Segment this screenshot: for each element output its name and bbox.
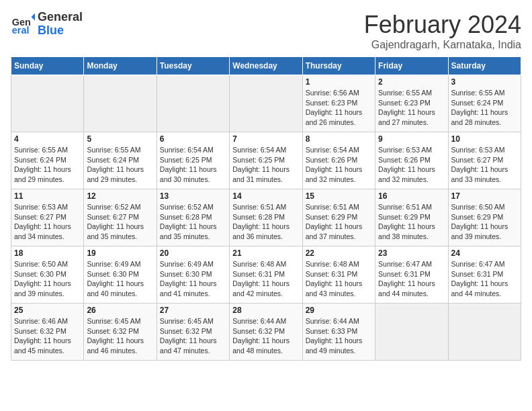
calendar-cell: 14Sunrise: 6:51 AMSunset: 6:28 PMDayligh…: [230, 189, 302, 246]
calendar-cell: 28Sunrise: 6:44 AMSunset: 6:32 PMDayligh…: [230, 304, 302, 361]
calendar-cell: 2Sunrise: 6:55 AMSunset: 6:23 PMDaylight…: [375, 75, 448, 132]
day-info: Sunrise: 6:51 AMSunset: 6:29 PMDaylight:…: [378, 202, 445, 242]
day-info: Sunrise: 6:52 AMSunset: 6:28 PMDaylight:…: [160, 202, 226, 242]
day-number: 24: [451, 248, 518, 258]
weekday-header-monday: Monday: [84, 57, 157, 75]
calendar-week-row: 4Sunrise: 6:55 AMSunset: 6:24 PMDaylight…: [11, 132, 521, 189]
day-info: Sunrise: 6:49 AMSunset: 6:30 PMDaylight:…: [87, 259, 153, 299]
day-info: Sunrise: 6:45 AMSunset: 6:32 PMDaylight:…: [160, 316, 226, 356]
weekday-header-saturday: Saturday: [448, 57, 521, 75]
day-number: 28: [232, 306, 299, 315]
day-info: Sunrise: 6:54 AMSunset: 6:25 PMDaylight:…: [232, 145, 299, 185]
logo-text: General Blue: [38, 11, 83, 38]
calendar-cell: 18Sunrise: 6:50 AMSunset: 6:30 PMDayligh…: [11, 246, 84, 304]
day-info: Sunrise: 6:55 AMSunset: 6:24 PMDaylight:…: [14, 145, 81, 185]
calendar-cell: 13Sunrise: 6:52 AMSunset: 6:28 PMDayligh…: [157, 189, 229, 246]
day-number: 13: [160, 191, 226, 201]
calendar-cell: 11Sunrise: 6:53 AMSunset: 6:27 PMDayligh…: [11, 189, 84, 246]
day-info: Sunrise: 6:48 AMSunset: 6:31 PMDaylight:…: [232, 259, 299, 299]
calendar-cell: 26Sunrise: 6:45 AMSunset: 6:32 PMDayligh…: [84, 304, 157, 361]
day-number: 5: [87, 134, 153, 144]
calendar-cell: [11, 75, 84, 132]
calendar-cell: 17Sunrise: 6:50 AMSunset: 6:29 PMDayligh…: [448, 189, 521, 246]
weekday-header-row: SundayMondayTuesdayWednesdayThursdayFrid…: [11, 57, 521, 75]
day-number: 7: [232, 134, 299, 144]
calendar-cell: 7Sunrise: 6:54 AMSunset: 6:25 PMDaylight…: [230, 132, 302, 189]
day-number: 1: [306, 77, 372, 87]
day-number: 16: [378, 191, 445, 201]
calendar-cell: 6Sunrise: 6:54 AMSunset: 6:25 PMDaylight…: [157, 132, 229, 189]
day-info: Sunrise: 6:51 AMSunset: 6:28 PMDaylight:…: [232, 202, 299, 242]
calendar-cell: 3Sunrise: 6:55 AMSunset: 6:24 PMDaylight…: [448, 75, 521, 132]
day-info: Sunrise: 6:54 AMSunset: 6:25 PMDaylight:…: [160, 145, 226, 185]
calendar-cell: [84, 75, 157, 132]
calendar-cell: 25Sunrise: 6:46 AMSunset: 6:32 PMDayligh…: [11, 304, 84, 361]
day-number: 20: [160, 248, 226, 258]
svg-text:eral: eral: [12, 25, 30, 36]
weekday-header-thursday: Thursday: [302, 57, 375, 75]
day-info: Sunrise: 6:50 AMSunset: 6:30 PMDaylight:…: [14, 259, 81, 299]
day-info: Sunrise: 6:44 AMSunset: 6:32 PMDaylight:…: [232, 316, 299, 356]
day-number: 9: [378, 134, 445, 144]
logo-icon: Gen eral: [11, 12, 35, 36]
day-number: 11: [14, 191, 81, 201]
day-info: Sunrise: 6:49 AMSunset: 6:30 PMDaylight:…: [160, 259, 226, 299]
day-number: 8: [306, 134, 372, 144]
title-area: February 2024 Gajendragarh, Karnataka, I…: [364, 11, 521, 51]
calendar-cell: [375, 304, 448, 361]
calendar-cell: 24Sunrise: 6:47 AMSunset: 6:31 PMDayligh…: [448, 246, 521, 304]
day-info: Sunrise: 6:53 AMSunset: 6:26 PMDaylight:…: [378, 145, 445, 185]
day-number: 2: [378, 77, 445, 87]
calendar-week-row: 1Sunrise: 6:56 AMSunset: 6:23 PMDaylight…: [11, 75, 521, 132]
day-info: Sunrise: 6:48 AMSunset: 6:31 PMDaylight:…: [306, 259, 372, 299]
day-info: Sunrise: 6:56 AMSunset: 6:23 PMDaylight:…: [306, 88, 372, 128]
calendar-cell: 5Sunrise: 6:55 AMSunset: 6:24 PMDaylight…: [84, 132, 157, 189]
day-number: 29: [306, 306, 372, 315]
svg-marker-3: [32, 13, 35, 21]
calendar-cell: 23Sunrise: 6:47 AMSunset: 6:31 PMDayligh…: [375, 246, 448, 304]
day-number: 19: [87, 248, 153, 258]
day-info: Sunrise: 6:55 AMSunset: 6:24 PMDaylight:…: [87, 145, 153, 185]
calendar-cell: 16Sunrise: 6:51 AMSunset: 6:29 PMDayligh…: [375, 189, 448, 246]
calendar-week-row: 25Sunrise: 6:46 AMSunset: 6:32 PMDayligh…: [11, 304, 521, 361]
calendar-cell: 29Sunrise: 6:44 AMSunset: 6:33 PMDayligh…: [302, 304, 375, 361]
day-info: Sunrise: 6:55 AMSunset: 6:23 PMDaylight:…: [378, 88, 445, 128]
calendar-cell: [157, 75, 229, 132]
calendar-cell: 12Sunrise: 6:52 AMSunset: 6:27 PMDayligh…: [84, 189, 157, 246]
calendar-cell: 8Sunrise: 6:54 AMSunset: 6:26 PMDaylight…: [302, 132, 375, 189]
calendar-week-row: 18Sunrise: 6:50 AMSunset: 6:30 PMDayligh…: [11, 246, 521, 304]
day-info: Sunrise: 6:52 AMSunset: 6:27 PMDaylight:…: [87, 202, 153, 242]
day-info: Sunrise: 6:55 AMSunset: 6:24 PMDaylight:…: [451, 88, 518, 128]
calendar-cell: 9Sunrise: 6:53 AMSunset: 6:26 PMDaylight…: [375, 132, 448, 189]
day-info: Sunrise: 6:47 AMSunset: 6:31 PMDaylight:…: [378, 259, 445, 299]
calendar-cell: 10Sunrise: 6:53 AMSunset: 6:27 PMDayligh…: [448, 132, 521, 189]
page-header: Gen eral General Blue February 2024 Gaje…: [11, 11, 521, 51]
calendar-cell: 1Sunrise: 6:56 AMSunset: 6:23 PMDaylight…: [302, 75, 375, 132]
calendar-cell: [448, 304, 521, 361]
day-number: 25: [14, 306, 81, 315]
day-number: 15: [306, 191, 372, 201]
day-number: 10: [451, 134, 518, 144]
day-number: 21: [232, 248, 299, 258]
weekday-header-wednesday: Wednesday: [230, 57, 302, 75]
day-number: 12: [87, 191, 153, 201]
logo: Gen eral General Blue: [11, 11, 83, 38]
day-number: 23: [378, 248, 445, 258]
calendar-week-row: 11Sunrise: 6:53 AMSunset: 6:27 PMDayligh…: [11, 189, 521, 246]
calendar-cell: 27Sunrise: 6:45 AMSunset: 6:32 PMDayligh…: [157, 304, 229, 361]
location-title: Gajendragarh, Karnataka, India: [364, 39, 521, 51]
day-number: 17: [451, 191, 518, 201]
calendar-cell: 20Sunrise: 6:49 AMSunset: 6:30 PMDayligh…: [157, 246, 229, 304]
day-number: 4: [14, 134, 81, 144]
calendar-cell: 22Sunrise: 6:48 AMSunset: 6:31 PMDayligh…: [302, 246, 375, 304]
calendar-cell: [230, 75, 302, 132]
day-info: Sunrise: 6:44 AMSunset: 6:33 PMDaylight:…: [306, 316, 372, 356]
day-info: Sunrise: 6:47 AMSunset: 6:31 PMDaylight:…: [451, 259, 518, 299]
month-title: February 2024: [364, 11, 521, 39]
day-number: 22: [306, 248, 372, 258]
day-info: Sunrise: 6:46 AMSunset: 6:32 PMDaylight:…: [14, 316, 81, 356]
weekday-header-tuesday: Tuesday: [157, 57, 229, 75]
day-number: 6: [160, 134, 226, 144]
day-number: 3: [451, 77, 518, 87]
day-number: 26: [87, 306, 153, 315]
